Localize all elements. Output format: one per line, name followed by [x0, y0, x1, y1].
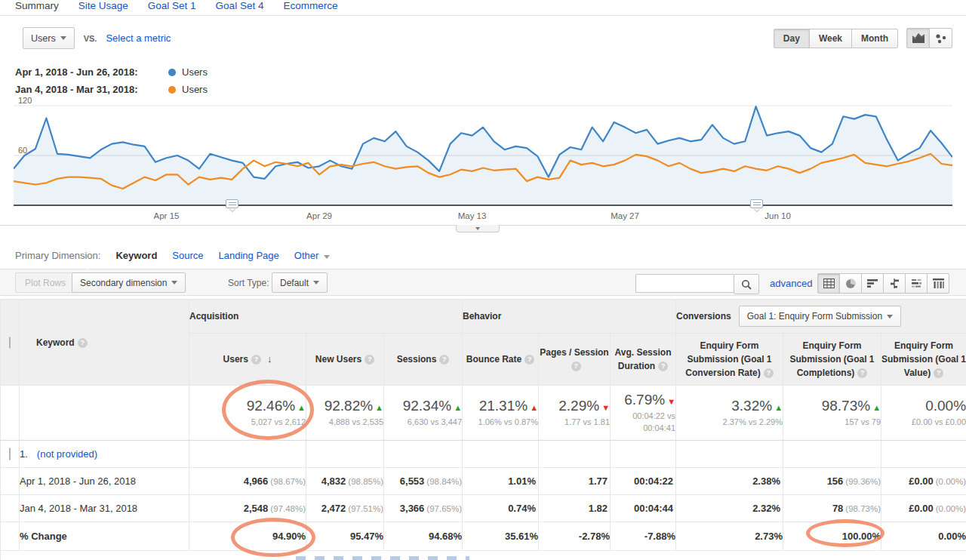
blue-series-dot-icon: [168, 69, 176, 76]
x-axis-tick-label: Apr 15: [154, 211, 180, 220]
value-cell: -2.78%: [539, 522, 611, 551]
line-chart-icon-button[interactable]: [906, 28, 930, 48]
sessions-column-header[interactable]: Sessions?: [384, 334, 463, 386]
plot-rows-button[interactable]: Plot Rows: [15, 272, 75, 293]
users-column-header[interactable]: Users?↓: [189, 334, 306, 386]
bounce-rate-column-header[interactable]: Bounce Rate?: [463, 334, 539, 386]
help-icon[interactable]: ?: [251, 355, 261, 365]
keyword-column-header[interactable]: Keyword?: [20, 300, 189, 386]
value-cell: 35.61%: [463, 522, 539, 551]
granularity-week-button[interactable]: Week: [809, 29, 852, 48]
chevron-down-icon: [475, 227, 480, 230]
clipped-next-row: [1, 551, 966, 560]
sort-descending-icon: ↓: [267, 353, 272, 365]
x-axis-tick-label: May 27: [611, 211, 639, 220]
row-checkbox-cell: [1, 468, 20, 495]
summary-conversion-rate: 3.32%▲2.37% vs 2.29%: [676, 386, 783, 441]
help-icon[interactable]: ?: [525, 355, 534, 365]
value-cell: 2,472(97.51%): [306, 495, 384, 522]
help-icon[interactable]: ?: [78, 338, 88, 348]
legend-row-current: Apr 1, 2018 - Jun 26, 2018: Users: [15, 63, 208, 81]
select-metric-link[interactable]: Select a metric: [106, 32, 171, 44]
pie-chart-icon: [845, 278, 856, 289]
keyword-row-1: 1.(not provided): [1, 441, 966, 468]
chevron-down-icon: [60, 36, 66, 40]
data-view-icon-button[interactable]: [817, 273, 840, 294]
legend-range-current: Apr 1, 2018 - Jun 26, 2018:: [15, 66, 162, 78]
sort-type-value: Default: [280, 278, 309, 288]
annotation-bubble-icon[interactable]: [750, 199, 763, 208]
dimension-keyword[interactable]: Keyword: [115, 250, 157, 261]
explorer-tabs: Summary Site Usage Goal Set 1 Goal Set 4…: [15, 0, 337, 15]
search-button[interactable]: [734, 274, 759, 294]
tab-goal-set-4[interactable]: Goal Set 4: [216, 0, 264, 11]
row-checkbox[interactable]: [9, 448, 11, 460]
metric-controls: Users VS. Select a metric: [23, 27, 171, 49]
up-arrow-icon: ▲: [872, 403, 881, 412]
tab-summary[interactable]: Summary: [15, 0, 59, 11]
performance-view-icon-button[interactable]: [861, 273, 884, 294]
acquisition-group-header: Acquisition: [189, 300, 463, 334]
tab-ecommerce[interactable]: Ecommerce: [283, 0, 337, 11]
help-icon[interactable]: ?: [764, 368, 774, 378]
chart-legend: Apr 1, 2018 - Jun 26, 2018: Users Jan 4,…: [15, 63, 208, 98]
pivot-view-icon-button[interactable]: [927, 273, 949, 294]
comparison-bars-icon: [889, 278, 900, 288]
percentage-view-icon-button[interactable]: [839, 273, 862, 294]
behavior-group-header: Behavior: [463, 300, 676, 334]
motion-chart-icon: [935, 33, 947, 44]
new-users-column-header[interactable]: New Users?: [306, 334, 384, 386]
avg-session-duration-column-header[interactable]: Avg. Session Duration?: [611, 334, 676, 386]
x-axis-tick-label: Jun 10: [764, 211, 791, 220]
term-cloud-view-icon-button[interactable]: [905, 273, 928, 294]
secondary-dimension-dropdown[interactable]: Secondary dimension: [72, 272, 186, 293]
annotation-bubble-icon[interactable]: [226, 199, 238, 208]
comparison-view-icon-button[interactable]: [883, 273, 906, 294]
goal-completions-column-header[interactable]: Enquiry Form Submission (Goal 1 Completi…: [783, 334, 881, 386]
keyword-cell: 1.(not provided): [20, 441, 189, 468]
dimension-other-dropdown[interactable]: Other: [294, 250, 330, 261]
help-icon[interactable]: ?: [439, 355, 449, 365]
summary-bounce-rate: 21.31%▲1.06% vs 0.87%: [463, 386, 539, 441]
granularity-day-button[interactable]: Day: [774, 29, 810, 48]
search-input[interactable]: [635, 274, 734, 293]
goal-conversion-rate-column-header[interactable]: Enquiry Form Submission (Goal 1 Conversi…: [676, 334, 783, 386]
chart-collapse-tab[interactable]: [456, 225, 500, 232]
help-icon[interactable]: ?: [571, 362, 581, 371]
pages-session-column-header[interactable]: Pages / Session?: [539, 334, 611, 386]
summary-goal-value: 0.00%£0.00 vs £0.00: [881, 386, 966, 441]
help-icon[interactable]: ?: [365, 355, 374, 365]
primary-dimension-bar: Primary Dimension: Keyword Source Landin…: [15, 250, 330, 261]
motion-chart-icon-button[interactable]: [929, 28, 952, 48]
secondary-dimension-label: Secondary dimension: [80, 278, 167, 288]
group-header-row: Keyword? Acquisition Behavior Conversion…: [1, 300, 966, 334]
up-arrow-icon: ▲: [774, 403, 783, 412]
advanced-search-link[interactable]: advanced: [770, 278, 812, 289]
select-all-checkbox[interactable]: [9, 337, 11, 349]
metric-dropdown[interactable]: Users: [23, 27, 75, 49]
value-cell: 156(99.36%): [783, 468, 881, 495]
value-cell: 2.32%: [676, 495, 783, 522]
tab-site-usage[interactable]: Site Usage: [78, 0, 128, 11]
timeseries-chart[interactable]: 120 60 Apr 15Apr 29May 13May 27Jun 10: [0, 98, 966, 225]
help-icon[interactable]: ?: [934, 368, 943, 378]
goal-selector-dropdown[interactable]: Goal 1: Enquiry Form Submission: [739, 306, 901, 327]
tab-goal-set-1[interactable]: Goal Set 1: [148, 0, 196, 11]
chart-type-toggle: [907, 28, 952, 48]
summary-keyword-cell: [20, 386, 189, 441]
date-range-row-previous: Jan 4, 2018 - Mar 31, 2018 2,548(97.48%)…: [1, 495, 966, 522]
granularity-month-button[interactable]: Month: [851, 29, 898, 48]
keyword-link[interactable]: (not provided): [37, 448, 97, 460]
value-cell: 4,832(98.85%): [306, 468, 384, 495]
help-icon[interactable]: ?: [857, 368, 867, 378]
clipped-next-row-text: [296, 556, 469, 560]
dimension-landing-page[interactable]: Landing Page: [219, 250, 279, 261]
up-arrow-icon: ▲: [530, 403, 538, 412]
sort-type-dropdown[interactable]: Default: [272, 272, 328, 293]
value-cell: 1.01%: [463, 468, 539, 495]
help-icon[interactable]: ?: [658, 362, 668, 371]
select-all-header-cell: [1, 300, 20, 386]
goal-value-column-header[interactable]: Enquiry Form Submission (Goal 1 Value)?: [881, 334, 966, 386]
dimension-source[interactable]: Source: [172, 250, 203, 261]
legend-metric-current: Users: [182, 66, 208, 78]
